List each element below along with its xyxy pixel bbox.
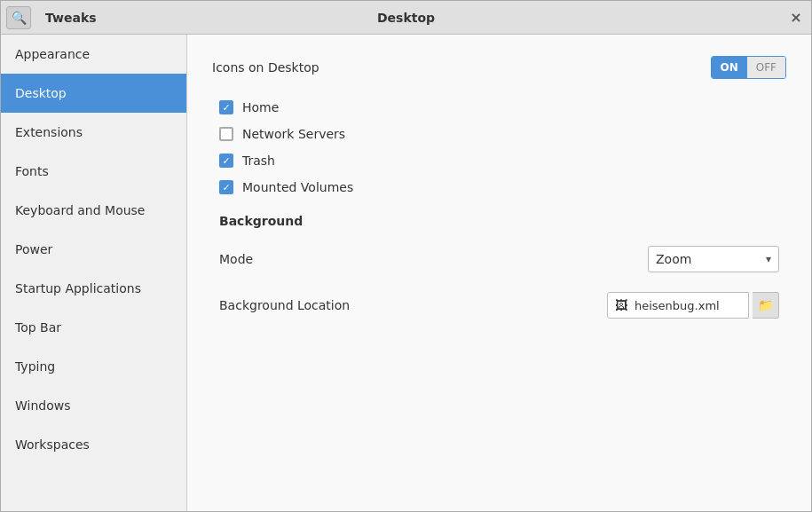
- icons-toggle[interactable]: ON OFF: [711, 56, 787, 79]
- home-checkbox-row: Home: [212, 95, 786, 120]
- mode-dropdown[interactable]: Zoom ▾: [648, 246, 779, 272]
- home-label: Home: [242, 100, 279, 114]
- mode-label: Mode: [219, 252, 253, 266]
- file-type-icon: 🖼: [615, 298, 629, 312]
- sidebar-item-extensions[interactable]: Extensions: [1, 113, 186, 152]
- mounted-volumes-checkbox[interactable]: [219, 180, 233, 194]
- content-area: AppearanceDesktopExtensionsFontsKeyboard…: [1, 35, 811, 511]
- sidebar-item-power[interactable]: Power: [1, 230, 186, 269]
- search-button[interactable]: 🔍: [6, 6, 31, 29]
- close-button[interactable]: ×: [788, 10, 804, 26]
- sidebar-item-typing[interactable]: Typing: [1, 347, 186, 386]
- home-checkbox[interactable]: [219, 100, 233, 114]
- dropdown-arrow-icon: ▾: [766, 253, 771, 265]
- main-panel: Icons on Desktop ON OFF Home Network Ser…: [187, 35, 811, 511]
- file-display: 🖼 heisenbug.xml: [607, 292, 749, 319]
- browse-button[interactable]: 📁: [753, 292, 779, 319]
- icons-on-desktop-row: Icons on Desktop ON OFF: [212, 56, 786, 79]
- file-name: heisenbug.xml: [635, 299, 720, 312]
- background-location-row: Background Location 🖼 heisenbug.xml 📁: [212, 287, 786, 324]
- titlebar: 🔍 Tweaks Desktop ×: [1, 1, 811, 35]
- sidebar-item-fonts[interactable]: Fonts: [1, 152, 186, 191]
- sidebar-item-top-bar[interactable]: Top Bar: [1, 308, 186, 347]
- sidebar-item-startup[interactable]: Startup Applications: [1, 269, 186, 308]
- browse-icon: 📁: [758, 298, 773, 312]
- background-section-header: Background: [219, 214, 786, 228]
- trash-checkbox-row: Trash: [212, 148, 786, 173]
- mounted-volumes-checkbox-row: Mounted Volumes: [212, 175, 786, 200]
- sidebar-item-workspaces[interactable]: Workspaces: [1, 425, 186, 464]
- sidebar-item-appearance[interactable]: Appearance: [1, 35, 186, 74]
- sidebar-item-desktop[interactable]: Desktop: [1, 74, 186, 113]
- sidebar: AppearanceDesktopExtensionsFontsKeyboard…: [1, 35, 187, 511]
- file-input-group: 🖼 heisenbug.xml 📁: [607, 292, 779, 319]
- background-location-label: Background Location: [219, 298, 350, 312]
- network-servers-checkbox-row: Network Servers: [212, 122, 786, 146]
- toggle-on[interactable]: ON: [712, 57, 747, 78]
- network-servers-label: Network Servers: [242, 127, 345, 141]
- app-name: Tweaks: [45, 11, 97, 25]
- trash-label: Trash: [242, 154, 275, 168]
- sidebar-item-keyboard-mouse[interactable]: Keyboard and Mouse: [1, 191, 186, 230]
- mode-value: Zoom: [656, 252, 691, 266]
- sidebar-item-windows[interactable]: Windows: [1, 386, 186, 425]
- network-servers-checkbox[interactable]: [219, 127, 233, 141]
- mode-row: Mode Zoom ▾: [212, 240, 786, 278]
- toggle-off[interactable]: OFF: [747, 57, 785, 78]
- mounted-volumes-label: Mounted Volumes: [242, 180, 353, 194]
- trash-checkbox[interactable]: [219, 154, 233, 168]
- page-title: Desktop: [377, 11, 435, 25]
- icons-on-desktop-label: Icons on Desktop: [212, 60, 319, 75]
- app-window: 🔍 Tweaks Desktop × AppearanceDesktopExte…: [0, 0, 812, 512]
